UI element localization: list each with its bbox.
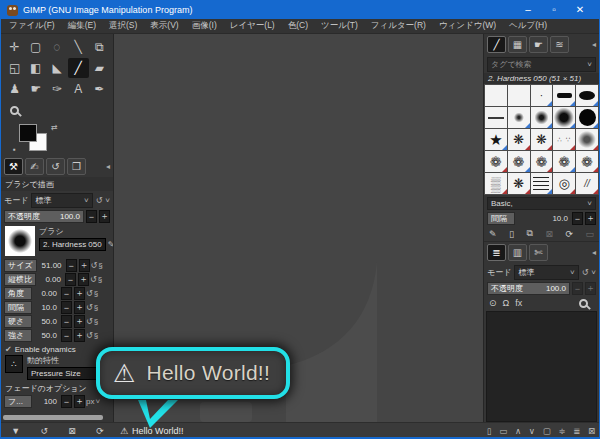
menu-item[interactable]: ツール(T) <box>321 20 358 32</box>
brush-cell[interactable] <box>508 173 530 194</box>
tool-smudge-icon[interactable]: ☛ <box>25 79 46 99</box>
dialog-tab-paths-icon[interactable]: ✄ <box>529 244 548 261</box>
brush-cell[interactable] <box>531 151 553 172</box>
merge-layer-icon[interactable]: ≑ <box>558 426 565 436</box>
tool-bucket-fill-icon[interactable]: ◣ <box>46 58 67 78</box>
dialog-tab-gradients-icon[interactable]: ≋ <box>550 36 569 53</box>
brush-cell[interactable] <box>553 173 575 194</box>
menu-item[interactable]: ヘルプ(H) <box>509 20 547 32</box>
brush-cell[interactable] <box>508 151 530 172</box>
brush-cell[interactable] <box>531 173 553 194</box>
brush-cell[interactable] <box>531 107 553 128</box>
dynamics-icon[interactable]: ∴ <box>5 355 23 373</box>
brush-cell[interactable] <box>576 85 598 106</box>
spacing-label[interactable]: 間隔 <box>4 301 32 314</box>
lower-layer-icon[interactable]: ∨ <box>529 426 535 436</box>
hardness-decrease-button[interactable]: − <box>61 315 72 328</box>
chevron-down-icon[interactable]: ˅ <box>95 397 100 406</box>
dialog-tab-channels-icon[interactable]: ▥ <box>508 244 527 261</box>
size-link-icon[interactable]: § <box>98 261 102 270</box>
layer-list[interactable] <box>486 311 597 422</box>
tab-menu-icon[interactable]: ◂ <box>592 40 596 49</box>
brush-cell[interactable] <box>576 107 598 128</box>
duplicate-brush-icon[interactable]: ⧉ <box>526 228 532 239</box>
aspect-ratio-decrease-button[interactable]: − <box>65 273 76 286</box>
reset-tool-options-icon[interactable]: ⟳ <box>96 426 104 436</box>
force-label[interactable]: 強さ <box>4 329 32 342</box>
dock-tab-device-status-icon[interactable]: ✍ <box>25 158 44 175</box>
opacity-increase-button[interactable]: ＋ <box>99 210 110 223</box>
brush-cell[interactable] <box>508 85 530 106</box>
swap-colors-icon[interactable]: ⇄ <box>51 123 58 132</box>
horizontal-scrollbar[interactable] <box>3 415 103 420</box>
dialog-tab-layers-icon[interactable]: ≣ <box>487 244 506 261</box>
spacing-decrease-button[interactable]: − <box>61 301 72 314</box>
tool-free-select-icon[interactable]: ◌ <box>46 37 67 57</box>
force-link-icon[interactable]: § <box>94 331 98 340</box>
brush-tag-filter[interactable]: Basic, ˅ <box>487 197 596 210</box>
restore-tool-preset-icon[interactable]: ↺ <box>40 426 48 436</box>
aspect-ratio-increase-button[interactable]: ＋ <box>78 273 89 286</box>
brush-tag-search[interactable]: タグで検索 ˅ <box>487 57 596 72</box>
size-label[interactable]: サイズ <box>4 259 37 272</box>
size-decrease-button[interactable]: − <box>66 259 77 272</box>
tool-rectangle-select-icon[interactable]: ▢ <box>25 37 46 57</box>
size-increase-button[interactable]: ＋ <box>79 259 90 272</box>
aspect-ratio-link-icon[interactable]: § <box>98 275 102 284</box>
angle-reset-icon[interactable]: ↺ <box>86 289 93 298</box>
aspect-ratio-label[interactable]: 縦横比 <box>4 273 36 286</box>
menu-item[interactable]: 画像(I) <box>192 20 217 32</box>
brush-cell[interactable] <box>485 173 507 194</box>
tool-zoom-icon[interactable] <box>4 100 25 120</box>
layer-mask-icon[interactable]: ≣ <box>573 426 580 436</box>
brush-cell[interactable] <box>485 107 507 128</box>
spacing-decrease-button[interactable]: − <box>572 212 583 225</box>
brush-name-field[interactable]: 2. Hardness 050 <box>39 238 106 251</box>
mode-select[interactable]: 標準 ˅ <box>31 193 92 208</box>
force-reset-icon[interactable]: ↺ <box>86 331 93 340</box>
brush-cell[interactable] <box>531 85 553 106</box>
menu-item[interactable]: ウィンドウ(W) <box>439 20 496 32</box>
layer-opacity-slider[interactable]: 不透明度 100.0 <box>487 282 570 295</box>
layer-opacity-decrease-button[interactable]: − <box>572 282 583 295</box>
brush-cell[interactable] <box>508 107 530 128</box>
new-layer-group-icon[interactable]: ▭ <box>499 426 507 436</box>
angle-link-icon[interactable]: § <box>94 289 98 298</box>
refresh-brushes-icon[interactable]: ⟳ <box>565 229 573 239</box>
brush-cell[interactable] <box>553 151 575 172</box>
aspect-ratio-reset-icon[interactable]: ↺ <box>90 275 97 284</box>
tool-handle-transform-icon[interactable]: ◧ <box>25 58 46 78</box>
brush-cell[interactable] <box>485 85 507 106</box>
brush-cell[interactable] <box>576 151 598 172</box>
delete-tool-preset-icon[interactable]: ⊠ <box>68 426 76 436</box>
duplicate-layer-icon[interactable]: ▢ <box>543 426 551 436</box>
brush-cell[interactable] <box>485 151 507 172</box>
mode-reset-icon[interactable]: ↺ <box>96 196 103 205</box>
save-tool-preset-icon[interactable]: ▼ <box>11 426 20 436</box>
brush-cell[interactable] <box>576 173 598 194</box>
spacing-increase-button[interactable]: ＋ <box>585 212 596 225</box>
enable-dynamics-row[interactable]: ✔ Enable dynamics <box>1 343 113 354</box>
brush-cell[interactable] <box>576 129 598 150</box>
chevron-down-icon[interactable]: ˅ <box>105 196 110 205</box>
tool-move-icon[interactable]: ✛ <box>4 37 25 57</box>
maximize-button[interactable]: ▫ <box>541 1 567 19</box>
tab-menu-icon[interactable]: ◂ <box>592 248 596 257</box>
opacity-slider[interactable]: 不透明度 100.0 <box>4 210 84 223</box>
fade-decrease-button[interactable]: − <box>61 395 72 408</box>
tool-crop-icon[interactable]: ⧉ <box>89 37 110 57</box>
force-decrease-button[interactable]: − <box>61 329 72 342</box>
menu-item[interactable]: フィルター(R) <box>371 20 426 32</box>
tool-transform-icon[interactable]: ◱ <box>4 58 25 78</box>
angle-increase-button[interactable]: ＋ <box>74 287 85 300</box>
tool-airbrush-icon[interactable]: ✑ <box>46 79 67 99</box>
tab-menu-icon[interactable]: ◂ <box>106 162 110 171</box>
brush-cell[interactable] <box>508 129 530 150</box>
brush-cell[interactable] <box>485 129 507 150</box>
chevron-down-icon[interactable]: ˅ <box>591 268 596 277</box>
menu-item[interactable]: 色(C) <box>288 20 308 32</box>
dock-tab-undo-history-icon[interactable]: ↺ <box>46 158 65 175</box>
brush-cell[interactable] <box>531 129 553 150</box>
dialog-tab-fonts-icon[interactable]: ☛ <box>529 36 548 53</box>
force-increase-button[interactable]: ＋ <box>74 329 85 342</box>
